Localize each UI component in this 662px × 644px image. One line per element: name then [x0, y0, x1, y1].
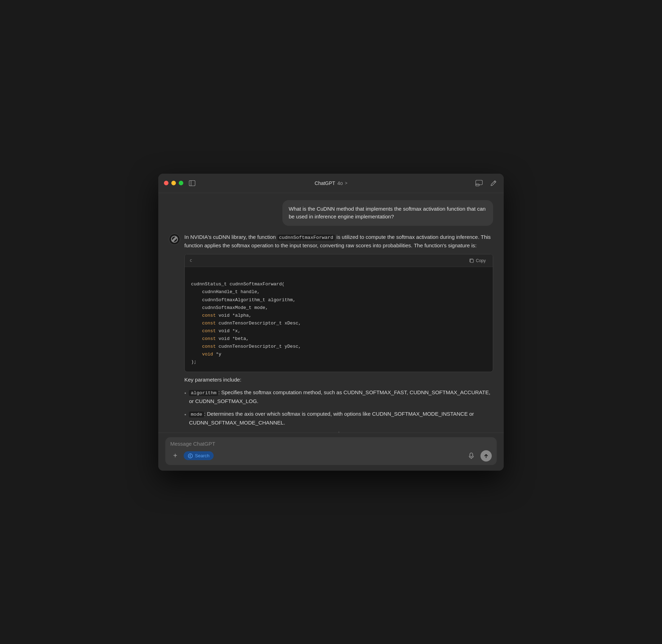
minimize-button[interactable]	[171, 181, 176, 185]
param-mode: • mode: Determines the axis over which s…	[184, 410, 493, 427]
titlebar: ChatGPT 4o >	[158, 174, 504, 193]
send-button[interactable]	[480, 450, 492, 462]
input-box: + Search	[165, 437, 497, 465]
compose-button[interactable]	[489, 179, 498, 188]
inline-code-function: cudnnSoftmaxForward	[277, 235, 335, 241]
model-chevron[interactable]: >	[345, 181, 347, 186]
code-language-label: c	[190, 257, 192, 264]
user-message-container: What is the CuDNN method that implements…	[169, 200, 493, 226]
code-content: cudnnStatus_t cudnnSoftmaxForward( cudnn…	[185, 267, 493, 372]
param-algorithm: • algorithm: Specifies the softmax compu…	[184, 388, 493, 405]
svg-rect-0	[189, 180, 195, 186]
params-list: • algorithm: Specifies the softmax compu…	[184, 388, 493, 427]
toolbar-left: + Search	[170, 451, 214, 461]
bullet-icon: •	[184, 389, 186, 397]
param-mode-code: mode	[189, 411, 204, 417]
svg-rect-5	[470, 259, 473, 262]
chat-area: What is the CuDNN method that implements…	[158, 193, 504, 433]
input-toolbar: + Search	[170, 450, 492, 462]
add-attachment-button[interactable]: +	[170, 451, 180, 461]
assistant-message: In NVIDIA's cuDNN library, the function …	[169, 233, 493, 433]
param-algorithm-code: algorithm	[189, 390, 218, 396]
mic-button[interactable]	[466, 450, 477, 462]
title-area: ChatGPT 4o >	[315, 180, 348, 186]
assistant-avatar	[169, 234, 180, 245]
conversations-button[interactable]	[474, 179, 484, 188]
params-header: Key parameters include:	[184, 376, 493, 384]
titlebar-actions	[474, 179, 498, 188]
app-window: ChatGPT 4o >	[158, 174, 504, 471]
app-title: ChatGPT	[315, 180, 335, 186]
toolbar-right	[466, 450, 492, 462]
traffic-lights	[164, 181, 183, 185]
assistant-content: In NVIDIA's cuDNN library, the function …	[184, 233, 493, 433]
user-message-bubble: What is the CuDNN method that implements…	[282, 200, 493, 226]
model-label: 4o	[337, 180, 343, 186]
sidebar-toggle-button[interactable]	[188, 179, 197, 187]
assistant-intro-text: In NVIDIA's cuDNN library, the function …	[184, 233, 493, 250]
user-message-text: What is the CuDNN method that implements…	[289, 206, 486, 220]
param-algorithm-text: algorithm: Specifies the softmax computa…	[189, 388, 493, 405]
search-label: Search	[195, 453, 209, 458]
close-button[interactable]	[164, 181, 168, 185]
fullscreen-button[interactable]	[179, 181, 183, 185]
scroll-down-indicator[interactable]: ↓	[184, 427, 493, 433]
copy-label: Copy	[476, 258, 486, 263]
svg-rect-9	[470, 453, 473, 457]
code-block-container: c Copy cudnnStatus_t cudnnSoftmaxForward…	[184, 254, 493, 372]
copy-code-button[interactable]: Copy	[467, 258, 488, 264]
code-block-header: c Copy	[185, 254, 493, 267]
search-button[interactable]: Search	[184, 451, 214, 460]
input-area: + Search	[158, 433, 504, 471]
param-mode-text: mode: Determines the axis over which sof…	[189, 410, 493, 427]
bullet-icon-2: •	[184, 410, 186, 419]
message-input[interactable]	[170, 441, 492, 447]
